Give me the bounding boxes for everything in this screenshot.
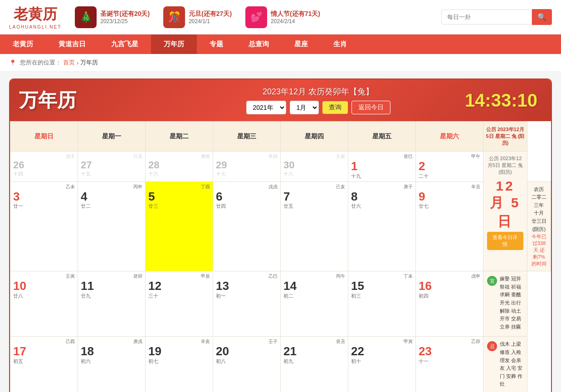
ji-badge: 忌 — [487, 341, 497, 351]
breadcrumb-sep: › — [77, 59, 78, 66]
breadcrumb-current: 万年历 — [80, 59, 98, 67]
side-date-display: 12 月 5 日 — [487, 178, 523, 231]
christmas-icon: 🎄 — [75, 6, 97, 28]
valentine-name: 情人节(还有71天) — [271, 10, 320, 18]
table-row[interactable]: 戊子26十四 — [10, 152, 78, 182]
calendar-body: 星期日 星期一 星期二 星期三 星期四 星期五 星期六 公历 2023年12月5… — [10, 121, 551, 392]
table-row[interactable]: 丁酉5廿三 — [146, 181, 213, 271]
search-area: 🔍 — [441, 9, 552, 25]
month-select[interactable]: 1月 — [290, 101, 319, 114]
table-row[interactable]: 壬子20初八 — [213, 337, 281, 392]
christmas-name: 圣诞节(还有20天) — [100, 10, 150, 18]
year-select[interactable]: 2021年 — [246, 101, 286, 114]
breadcrumb: 📍 您所在的位置： 首页 › 万年历 — [0, 54, 561, 72]
nav-huangdao[interactable]: 黄道吉日 — [46, 34, 98, 54]
search-button[interactable]: 🔍 — [532, 9, 552, 25]
table-row[interactable]: 庚子8廿六 — [348, 181, 416, 271]
weekday-fri: 星期五 — [348, 122, 416, 152]
valentine-date: 2024/2/14 — [271, 18, 320, 24]
ji-text: 伐木 上梁 修造 入殓 理发 会亲友 入宅 安门 安葬 作灶 — [500, 340, 523, 388]
nav-laohuangli[interactable]: 老黄历 — [0, 34, 46, 54]
main-nav: 老黄历 黄道吉日 九宫飞星 万年历 专题 总查询 星座 生肖 — [0, 34, 561, 54]
calendar-main-title: 万年历 — [19, 88, 76, 113]
table-row[interactable]: 戊戌6廿四 — [213, 181, 281, 271]
weekday-thu: 星期四 — [281, 122, 348, 152]
weekday-wed: 星期三 — [213, 122, 281, 152]
christmas-date: 2023/12/25 — [100, 18, 150, 24]
side-yi-row: 宜 嫁娶 冠笄 祭祖 祈福 求嗣 斋醮 开光 出行 解除 动土 开市 交易 立券… — [487, 275, 523, 331]
table-row[interactable]: 甲辰12三十 — [146, 271, 213, 337]
newyear-icon: 🎊 — [163, 6, 185, 28]
location-icon: 📍 — [9, 59, 16, 66]
weekday-sat: 星期六 — [416, 122, 483, 152]
side-solar-label: 公历 2023年12月5日 星期二 兔 (阳历) — [487, 155, 523, 176]
table-row[interactable]: 乙卯23十一 — [416, 337, 483, 392]
yi-badge: 宜 — [487, 276, 497, 286]
valentine-icon: 💕 — [245, 6, 267, 28]
newyear-date: 2024/1/1 — [189, 18, 232, 24]
logo-subtitle: LAOHUANGLI.NET — [9, 24, 61, 29]
nav-wannianli[interactable]: 万年历 — [151, 34, 197, 54]
calendar-table: 星期日 星期一 星期二 星期三 星期四 星期五 星期六 公历 2023年12月5… — [10, 121, 551, 392]
table-row[interactable]: 乙巳13初一 — [213, 271, 281, 337]
table-row[interactable]: 己酉17初五 — [10, 337, 78, 392]
side-header: 公历 2023年12月5日 星期二 兔 (阳历) — [483, 122, 527, 152]
table-row[interactable]: 癸巳1十九 — [348, 152, 416, 182]
nav-jiugong[interactable]: 九宫飞星 — [98, 34, 151, 54]
table-row[interactable]: 己亥7廿五 — [281, 181, 348, 271]
table-row[interactable]: 癸卯11廿九 — [78, 271, 146, 337]
holiday-newyear[interactable]: 🎊 元旦(还有27天) 2024/1/1 — [163, 6, 232, 28]
holiday-valentine[interactable]: 💕 情人节(还有71天) 2024/2/14 — [245, 6, 320, 28]
table-row[interactable]: 辛卯29十七 — [213, 152, 281, 182]
weekday-sun: 星期日 — [10, 122, 78, 152]
calendar-container: 万年历 2023年12月 农历癸卯年【兔】 2021年 1月 查询 返回今日 1… — [9, 78, 552, 392]
table-row[interactable]: 庚戌18初六 — [78, 337, 146, 392]
side-progress: 今年已过338天 还剩7%的时间 — [531, 233, 547, 267]
calendar-month-title: 2023年12月 农历癸卯年【兔】 — [263, 86, 374, 97]
side-ji-row: 忌 伐木 上梁 修造 入殓 理发 会亲友 入宅 安门 安葬 作灶 — [487, 340, 523, 388]
table-row[interactable]: 壬辰30十八 — [281, 152, 348, 182]
side-info-cell: 忌 伐木 上梁 修造 入殓 理发 会亲友 入宅 安门 安葬 作灶 — [483, 337, 527, 392]
nav-zongchaxun[interactable]: 总查询 — [236, 34, 282, 54]
table-row[interactable]: 丙申4廿二 — [78, 181, 146, 271]
breadcrumb-location-label: 您所在的位置： — [20, 59, 61, 67]
table-row[interactable]: 辛亥19初七 — [146, 337, 213, 392]
table-row[interactable]: 癸丑21初九 — [281, 337, 348, 392]
search-input[interactable] — [441, 10, 532, 24]
table-row[interactable]: 甲寅22初十 — [348, 337, 416, 392]
weekday-mon: 星期一 — [78, 122, 146, 152]
current-time: 14:33:10 — [465, 90, 537, 111]
table-row[interactable]: 甲午2二十 — [416, 152, 483, 182]
logo: 老黄历 LAOHUANGLI.NET — [9, 5, 61, 29]
table-row[interactable]: 辛丑9廿七 — [416, 181, 483, 271]
yi-text: 嫁娶 冠笄 祭祖 祈福 求嗣 斋醮 开光 出行 解除 动土 开市 交易 立券 挂… — [500, 275, 523, 331]
table-row[interactable]: 壬寅10廿八 — [10, 271, 78, 337]
query-button[interactable]: 查询 — [322, 101, 348, 114]
side-info-cell: 宜 嫁娶 冠笄 祭祖 祈福 求嗣 斋醮 开光 出行 解除 动土 开市 交易 立券… — [483, 271, 527, 337]
side-info-cell: 农历 二零二三年 十月 廿三日 (阴历) 今年已过338天 还剩7%的时间 — [527, 181, 551, 271]
holiday-christmas[interactable]: 🎄 圣诞节(还有20天) 2023/12/25 — [75, 6, 150, 28]
table-row[interactable]: 庚寅28十六 — [146, 152, 213, 182]
side-lunar-info: 农历 二零二三年 十月 廿三日 (阴历) — [531, 186, 547, 234]
table-row[interactable]: 戊申16初四 — [416, 271, 483, 337]
table-row[interactable]: 己丑27十五 — [78, 152, 146, 182]
logo-text: 老黄历 — [14, 5, 57, 24]
weekday-tue: 星期二 — [146, 122, 213, 152]
side-info-cell: 公历 2023年12月5日 星期二 兔 (阳历) 12 月 5 日 查看今日详情 — [483, 152, 527, 271]
header: 老黄历 LAOHUANGLI.NET 🎄 圣诞节(还有20天) 2023/12/… — [0, 0, 561, 34]
table-row[interactable]: 乙未3廿一 — [10, 181, 78, 271]
table-row[interactable]: 丁未15初三 — [348, 271, 416, 337]
newyear-name: 元旦(还有27天) — [189, 10, 232, 18]
nav-xingzuo[interactable]: 星座 — [282, 34, 321, 54]
detail-button[interactable]: 查看今日详情 — [487, 232, 523, 250]
nav-shengxiao[interactable]: 生肖 — [321, 34, 360, 54]
calendar-header: 万年历 2023年12月 农历癸卯年【兔】 2021年 1月 查询 返回今日 1… — [10, 79, 551, 121]
table-row[interactable]: 丙午14初二 — [281, 271, 348, 337]
today-button[interactable]: 返回今日 — [351, 101, 390, 114]
nav-zhuanti[interactable]: 专题 — [197, 34, 236, 54]
breadcrumb-home[interactable]: 首页 — [63, 59, 75, 67]
